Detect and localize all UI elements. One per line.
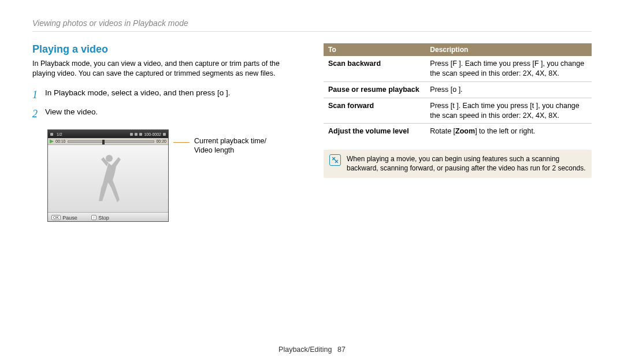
step-1-text: In Playback mode, select a video, and th…: [45, 88, 230, 99]
table-row: Scan forward Press [t ]. Each time you p…: [324, 98, 592, 124]
zoom-bold: Zoom: [455, 127, 475, 135]
row-to: Pause or resume playback: [324, 81, 425, 98]
row-desc: Press [o ].: [425, 81, 592, 98]
table-row: Adjust the volume level Rotate [Zoom] to…: [324, 124, 592, 139]
footer-section: Playback/Editing: [278, 346, 332, 354]
page-number: 87: [337, 346, 346, 354]
controls-table: To Description Scan backward Press [F ].…: [324, 43, 592, 139]
th-description: Description: [425, 43, 592, 56]
time-current: 00:10: [55, 139, 66, 143]
desc-post: ] to the left or right.: [475, 127, 535, 135]
file-label: 100-0002: [144, 132, 161, 136]
status-icon-3: [139, 133, 142, 136]
desc-pre: Rotate [: [430, 127, 455, 135]
video-frame: [48, 145, 168, 212]
dancer-silhouette: [91, 153, 125, 205]
th-to: To: [324, 43, 425, 56]
row-desc: Press [t ]. Each time you press [t ], yo…: [425, 98, 592, 124]
note-box: When playing a movie, you can begin usin…: [324, 150, 592, 177]
stop-label: Stop: [98, 215, 109, 221]
row-to: Scan forward: [324, 98, 425, 124]
step-1: In Playback mode, select a video, and th…: [32, 88, 300, 102]
stop-indicator: ↑ Stop: [91, 215, 109, 221]
row-to: Adjust the volume level: [324, 124, 425, 139]
ok-key-icon: OK: [51, 215, 61, 220]
time-total: 00:20: [156, 139, 166, 143]
left-column: Playing a video In Playback mode, you ca…: [32, 43, 300, 222]
screenshot-topbar: 1/2 100-0002: [48, 130, 168, 138]
row-desc: Rotate [Zoom] to the left or right.: [425, 124, 592, 139]
note-icon: [329, 154, 341, 166]
screenshot-block: 1/2 100-0002 00:10: [47, 129, 300, 222]
section-title: Playing a video: [32, 43, 300, 55]
row-to: Scan backward: [324, 56, 425, 81]
callout-leader-line: [173, 142, 190, 143]
intro-paragraph: In Playback mode, you can view a video, …: [32, 59, 300, 79]
table-row: Pause or resume playback Press [o ].: [324, 81, 592, 98]
status-icon-2: [135, 133, 138, 136]
status-icon-1: [130, 133, 133, 136]
video-screenshot: 1/2 100-0002 00:10: [47, 129, 169, 222]
progress-bar-row: 00:10 00:20: [48, 138, 168, 145]
progress-bar: [68, 140, 155, 143]
page-footer: Playback/Editing 87: [0, 346, 624, 354]
up-key-icon: ↑: [91, 215, 97, 220]
screenshot-footer: OK Pause ↑ Stop: [48, 212, 168, 222]
right-column: To Description Scan backward Press [F ].…: [324, 43, 592, 222]
battery-icon: [163, 133, 166, 136]
breadcrumb: Viewing photos or videos in Playback mod…: [32, 18, 592, 32]
step-2: View the video.: [32, 107, 300, 121]
svg-point-0: [106, 155, 113, 162]
callout-text: Current playback time/ Video length: [194, 136, 266, 155]
row-desc: Press [F ]. Each time you press [F ], yo…: [425, 56, 592, 81]
mode-icon: [50, 133, 53, 136]
play-icon: [50, 139, 54, 143]
counter-label: 1/2: [57, 132, 62, 136]
pause-label: Pause: [62, 215, 77, 221]
table-row: Scan backward Press [F ]. Each time you …: [324, 56, 592, 81]
note-text: When playing a movie, you can begin usin…: [347, 154, 586, 173]
steps-list: In Playback mode, select a video, and th…: [32, 88, 300, 121]
pause-indicator: OK Pause: [51, 215, 77, 221]
step-2-text: View the video.: [45, 107, 98, 118]
